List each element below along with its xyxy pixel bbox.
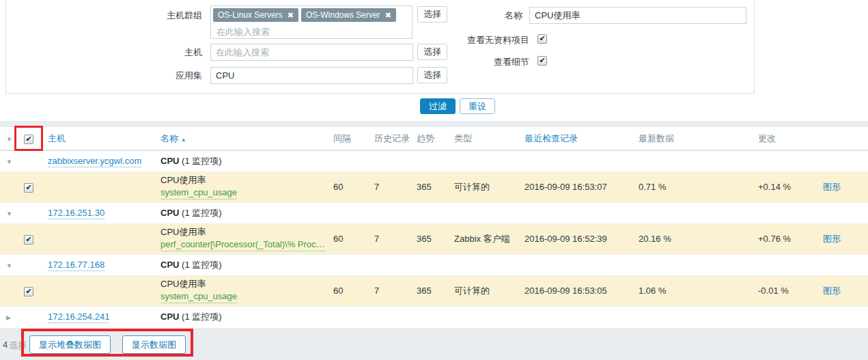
show-details-label: 查看细节 (393, 57, 529, 68)
show-without-data-label: 查看无资料项目 (393, 35, 529, 46)
latest-data-header: 最新数据 (635, 127, 755, 150)
section-divider (0, 121, 868, 127)
trends-header: 趋势 (413, 127, 451, 150)
host-group-row: ▶ 172.16.254.241 CPU (1 监控项) (0, 306, 868, 327)
application-name: CPU (160, 156, 179, 166)
host-group-tag-label: OS-Windows Server (306, 10, 380, 20)
item-row: ✔ CPU使用率 system_cpu_usage 60 7 365 可计算的 … (0, 275, 868, 306)
selected-count: 4 (3, 340, 8, 350)
name-label: 名称 (420, 10, 522, 21)
application-name: CPU (160, 260, 179, 270)
select-all-checkbox[interactable]: ✔ (24, 135, 33, 144)
item-row: ✔ CPU使用率 system_cpu_usage 60 7 365 可计算的 … (0, 171, 868, 202)
row-checkbox[interactable]: ✔ (24, 287, 33, 296)
graph-link[interactable]: 图形 (823, 234, 841, 244)
type-header: 类型 (451, 127, 521, 150)
item-count: (1 监控项) (182, 260, 222, 270)
host-group-label: 主机群组 (100, 10, 202, 21)
selected-label: 选择 (9, 340, 27, 352)
sort-host-header[interactable]: 主机 (48, 133, 66, 143)
check-icon: ✔ (25, 236, 31, 243)
latest-data-table: ▼ ✔ 主机 名称 ▲ 间隔 历史记录 趋势 类型 最近检查记录 最新数据 更改… (0, 127, 868, 327)
display-graph-button[interactable]: 显示数据图 (122, 335, 186, 354)
item-change: -0.01 % (755, 275, 820, 306)
application-name: CPU (160, 311, 179, 322)
application-input[interactable] (210, 67, 413, 84)
item-name: CPU使用率 (160, 226, 326, 238)
interval-header: 间隔 (330, 127, 371, 150)
item-last-check: 2016-09-09 16:52:39 (521, 223, 635, 254)
collapse-all-icon[interactable]: ▼ (3, 136, 12, 143)
show-without-data-checkbox[interactable]: ✔ (537, 34, 547, 44)
host-group-tag[interactable]: OS-Windows Server ✖ (301, 8, 396, 22)
application-name: CPU (160, 208, 179, 218)
item-last-check: 2016-09-09 16:53:07 (521, 171, 635, 202)
sort-last-check-header[interactable]: 最近检查记录 (524, 133, 578, 143)
item-history: 7 (371, 275, 413, 306)
item-latest-value: 20.16 % (635, 223, 755, 254)
host-group-search-placeholder[interactable]: 在此输入搜索 (216, 26, 410, 38)
collapse-group-icon[interactable]: ▼ (3, 210, 12, 217)
remove-tag-icon[interactable]: ✖ (385, 10, 391, 20)
item-last-check: 2016-09-09 16:53:05 (521, 275, 635, 306)
filter-button[interactable]: 过滤 (420, 98, 456, 114)
application-select-button[interactable]: 选择 (417, 67, 447, 83)
row-checkbox[interactable]: ✔ (24, 235, 33, 245)
filter-panel-border (5, 93, 755, 94)
item-interval: 60 (330, 275, 371, 306)
item-change: +0.76 % (755, 223, 820, 254)
row-checkbox[interactable]: ✔ (24, 183, 33, 193)
item-type: 可计算的 (451, 171, 521, 202)
latest-data-page: 主机群组 OS-Linux Servers ✖ OS-Windows Serve… (0, 0, 868, 360)
item-name: CPU使用率 (160, 278, 326, 290)
item-name: CPU使用率 (160, 174, 326, 186)
graph-link[interactable]: 图形 (823, 286, 841, 296)
item-change: +0.14 % (755, 171, 820, 202)
name-input[interactable] (529, 7, 746, 24)
host-group-row: ▼ 172.16.77.168 CPU (1 监控项) (0, 254, 868, 275)
show-details-checkbox[interactable]: ✔ (537, 56, 547, 66)
change-header: 更改 (755, 127, 820, 150)
host-link[interactable]: 172.16.251.30 (48, 208, 104, 219)
host-link[interactable]: 172.16.77.168 (48, 260, 104, 271)
filter-panel-border (754, 0, 755, 94)
graph-link[interactable]: 图形 (823, 182, 841, 192)
host-link[interactable]: zabbixserver.ycgwl.com (48, 156, 141, 167)
item-latest-value: 0.71 % (635, 171, 755, 202)
host-input[interactable] (210, 44, 413, 61)
host-group-tag-label: OS-Linux Servers (218, 10, 283, 20)
check-icon: ✔ (25, 288, 31, 295)
item-count: (1 监控项) (182, 311, 222, 322)
host-group-multiselect[interactable]: OS-Linux Servers ✖ OS-Windows Server ✖ 在… (210, 5, 412, 39)
application-label: 应用集 (100, 70, 202, 81)
item-row: ✔ CPU使用率 perf_counter[\Processor(_Total)… (0, 223, 868, 254)
history-header: 历史记录 (371, 127, 413, 150)
check-icon: ✔ (539, 57, 545, 64)
item-type: Zabbix 客户端 (451, 223, 521, 254)
item-key-link[interactable]: perf_counter[\Processor(_Total)\% Proces… (160, 238, 326, 251)
item-interval: 60 (330, 171, 371, 202)
collapse-group-icon[interactable]: ▼ (3, 158, 12, 165)
check-icon: ✔ (539, 35, 545, 42)
remove-tag-icon[interactable]: ✖ (288, 10, 294, 20)
item-key-link[interactable]: system_cpu_usage (160, 186, 237, 199)
item-trends: 365 (413, 275, 451, 306)
item-count: (1 监控项) (182, 208, 222, 218)
host-group-row: ▼ 172.16.251.30 CPU (1 监控项) (0, 202, 868, 223)
item-count: (1 监控项) (182, 156, 222, 166)
host-group-row: ▼ zabbixserver.ycgwl.com CPU (1 监控项) (0, 150, 868, 171)
sort-name-header[interactable]: 名称 (160, 133, 178, 143)
sort-ascending-icon: ▲ (181, 137, 186, 143)
item-history: 7 (371, 223, 413, 254)
display-stacked-graph-button[interactable]: 显示堆叠数据图 (29, 335, 111, 354)
table-header-row: ▼ ✔ 主机 名称 ▲ 间隔 历史记录 趋势 类型 最近检查记录 最新数据 更改 (0, 127, 868, 150)
item-key-link[interactable]: system_cpu_usage (160, 290, 237, 303)
host-link[interactable]: 172.16.254.241 (48, 311, 109, 323)
host-group-tag[interactable]: OS-Linux Servers ✖ (213, 8, 298, 22)
reset-button[interactable]: 重设 (460, 98, 495, 114)
item-type: 可计算的 (451, 275, 521, 306)
check-icon: ✔ (25, 184, 31, 191)
collapse-group-icon[interactable]: ▼ (3, 262, 12, 269)
action-footer: 4 选择 显示堆叠数据图 显示数据图 (0, 329, 868, 360)
expand-group-icon[interactable]: ▶ (3, 314, 11, 321)
